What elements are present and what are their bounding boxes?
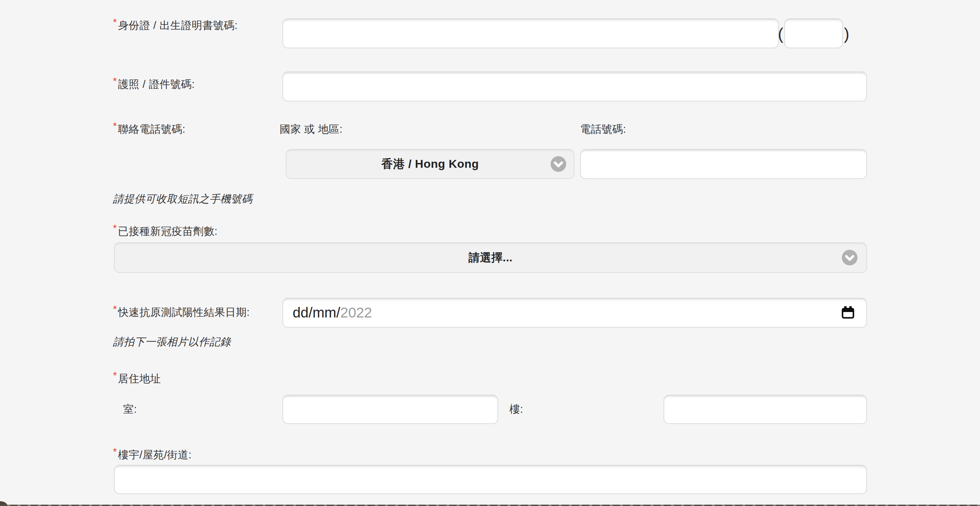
phone-number-label: 電話號碼:: [580, 122, 626, 137]
vaccine-doses-select[interactable]: 請選擇...: [114, 242, 867, 273]
test-date-input[interactable]: dd/mm/ 2022: [282, 298, 867, 328]
photo-note: 請拍下一張相片以作記錄: [113, 335, 231, 349]
address-heading-text: 居住地址: [118, 372, 161, 386]
required-marker: *: [113, 121, 117, 132]
id-number-input[interactable]: [282, 18, 779, 48]
vaccine-doses-label-text: 已接種新冠疫苗劑數:: [118, 224, 218, 239]
required-marker: *: [113, 223, 117, 234]
room-label: 室:: [123, 402, 137, 417]
required-marker: *: [113, 370, 117, 381]
contact-phone-label: * 聯絡電話號碼:: [113, 122, 185, 137]
sms-note: 請提供可收取短訊之手機號碼: [113, 192, 253, 206]
floor-label: 樓:: [509, 402, 523, 417]
test-date-label: * 快速抗原測試陽性結果日期:: [113, 305, 250, 320]
date-year-value: 2022: [340, 305, 372, 321]
room-label-text: 室:: [123, 402, 137, 417]
phone-number-label-text: 電話號碼:: [580, 122, 626, 137]
vaccine-doses-label: * 已接種新冠疫苗劑數:: [113, 224, 218, 239]
test-date-label-text: 快速抗原測試陽性結果日期:: [118, 305, 250, 320]
check-digit-open-paren: (: [778, 24, 783, 43]
phone-number-input[interactable]: [580, 149, 867, 179]
passport-number-label: * 護照 / 證件號碼:: [113, 77, 195, 92]
date-day-month-placeholder: dd/mm/: [293, 305, 340, 321]
id-number-label-text: 身份證 / 出生證明書號碼:: [118, 18, 237, 33]
id-number-label: * 身份證 / 出生證明書號碼:: [113, 18, 237, 33]
country-region-label: 國家 或 地區:: [280, 122, 343, 137]
check-digit-close-paren: ): [844, 24, 850, 43]
country-region-select[interactable]: 香港 / Hong Kong: [286, 149, 574, 179]
passport-number-label-text: 護照 / 證件號碼:: [118, 77, 195, 92]
building-input[interactable]: [114, 465, 867, 494]
calendar-icon[interactable]: [841, 306, 855, 319]
country-region-selected-value: 香港 / Hong Kong: [382, 156, 479, 172]
building-label: * 樓宇/屋苑/街道:: [113, 448, 192, 462]
building-label-text: 樓宇/屋苑/街道:: [118, 448, 192, 462]
required-marker: *: [113, 446, 117, 457]
chevron-down-icon: [842, 250, 858, 266]
bottom-edge-divider: [0, 504, 980, 506]
required-marker: *: [113, 17, 117, 28]
address-heading: * 居住地址: [113, 372, 161, 386]
room-input[interactable]: [282, 395, 498, 424]
required-marker: *: [113, 76, 117, 87]
chevron-down-icon: [550, 156, 566, 172]
vaccine-doses-selected-value: 請選擇...: [469, 250, 513, 266]
registration-form: * 身份證 / 出生證明書號碼: ( ) * 護照 / 證件號碼: * 聯絡電話…: [0, 0, 980, 506]
passport-number-input[interactable]: [282, 72, 867, 102]
check-digit-input[interactable]: [784, 18, 843, 48]
contact-phone-label-text: 聯絡電話號碼:: [118, 122, 185, 137]
country-region-label-text: 國家 或 地區:: [280, 122, 343, 137]
required-marker: *: [113, 304, 117, 315]
floor-input[interactable]: [663, 395, 867, 424]
floor-label-text: 樓:: [509, 402, 523, 417]
